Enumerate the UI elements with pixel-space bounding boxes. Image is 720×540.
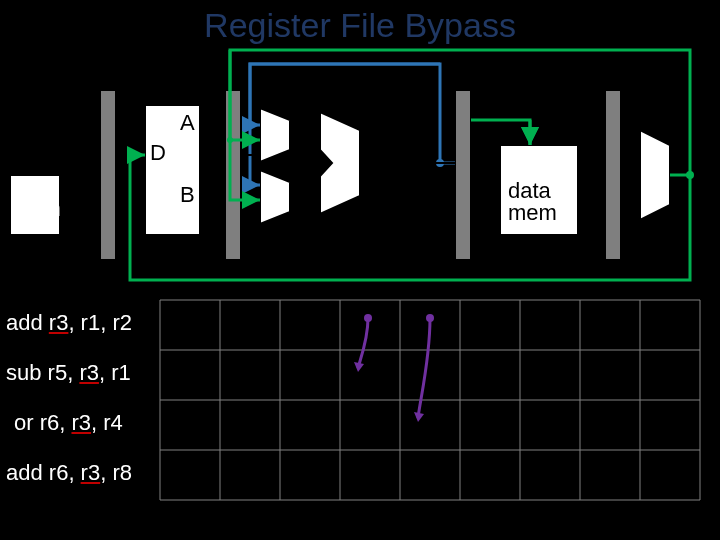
svg-point-41 (426, 314, 434, 322)
pipeline-grid (0, 0, 720, 540)
svg-point-40 (364, 314, 372, 322)
